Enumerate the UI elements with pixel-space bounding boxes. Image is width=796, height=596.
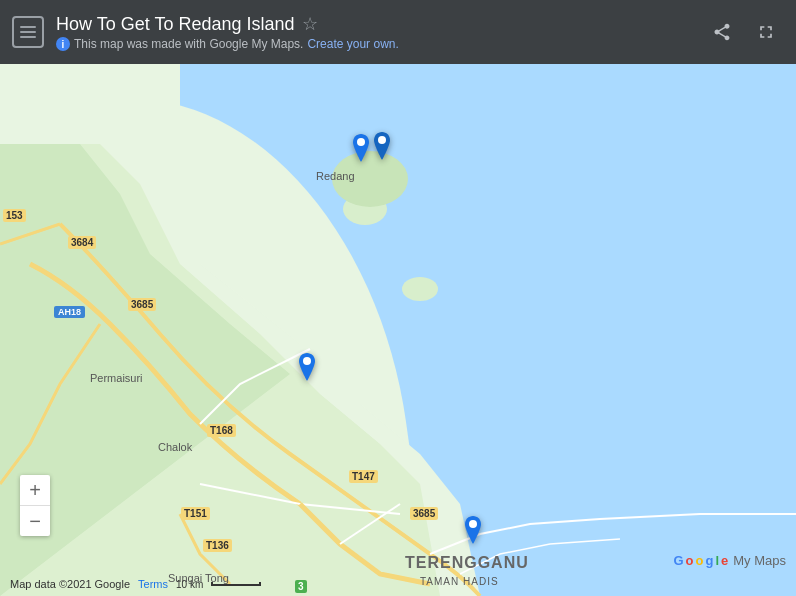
svg-point-3 <box>402 277 438 301</box>
header: How To Get To Redang Island ☆ i This map… <box>0 0 796 64</box>
svg-point-6 <box>357 138 365 146</box>
zoom-controls: + − <box>20 475 50 536</box>
zoom-in-button[interactable]: + <box>20 475 50 505</box>
road-label-153: 153 <box>3 209 26 222</box>
road-label-t147: T147 <box>349 470 378 483</box>
subtitle-text: This map was made with Google My Maps. <box>74 37 303 51</box>
pin-coastal[interactable] <box>295 353 319 393</box>
svg-point-9 <box>469 520 477 528</box>
svg-point-7 <box>378 136 386 144</box>
map-container[interactable]: 153 3684 3685 T168 T147 T151 T136 3685 3… <box>0 64 796 596</box>
header-actions <box>704 14 784 50</box>
bottom-bar: Map data ©2021 Google Terms 10 km <box>0 572 796 596</box>
scale-bar <box>211 582 261 586</box>
highway-label-ah18: AH18 <box>54 306 85 318</box>
fullscreen-button[interactable] <box>748 14 784 50</box>
info-icon: i <box>56 37 70 51</box>
pin-redang-2[interactable] <box>370 132 394 172</box>
terms-link[interactable]: Terms <box>138 578 168 590</box>
share-button[interactable] <box>704 14 740 50</box>
pin-terengganu[interactable] <box>461 516 485 556</box>
road-label-t168: T168 <box>207 424 236 437</box>
title-area: How To Get To Redang Island ☆ i This map… <box>56 13 704 51</box>
star-icon[interactable]: ☆ <box>302 13 318 35</box>
google-watermark: G o o g l e My Maps <box>673 553 786 568</box>
create-own-link[interactable]: Create your own. <box>307 37 398 51</box>
zoom-out-button[interactable]: − <box>20 506 50 536</box>
road-label-t136: T136 <box>203 539 232 552</box>
svg-point-8 <box>303 357 311 365</box>
scale-label: 10 km <box>176 579 203 590</box>
road-label-t151: T151 <box>181 507 210 520</box>
road-label-3685-bot: 3685 <box>410 507 438 520</box>
menu-button[interactable] <box>12 16 44 48</box>
map-data-text: Map data ©2021 Google <box>10 578 130 590</box>
road-label-3684: 3684 <box>68 236 96 249</box>
map-title: How To Get To Redang Island <box>56 14 294 35</box>
road-label-3685-top: 3685 <box>128 298 156 311</box>
